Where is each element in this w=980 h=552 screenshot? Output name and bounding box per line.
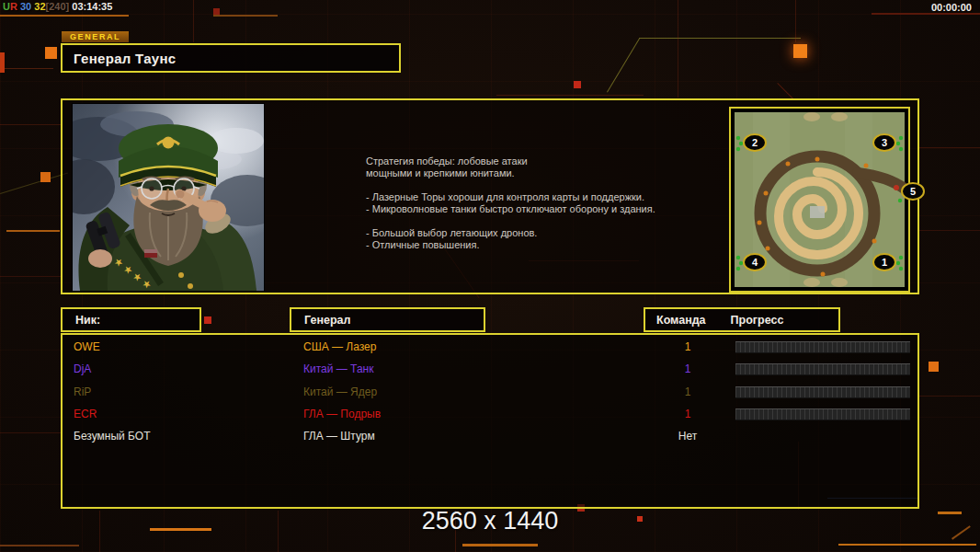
status-net-r: R — [10, 1, 17, 12]
player-general: Китай — Ядер — [303, 385, 377, 398]
table-row[interactable]: RiPКитай — Ядер1 — [63, 382, 917, 404]
svg-text:5: 5 — [910, 186, 916, 197]
header-progress-label: Прогресс — [731, 314, 784, 327]
general-tab-label: GENERAL — [62, 31, 129, 42]
general-description: Стратегия победы: лобовые атаки мощными … — [366, 155, 724, 251]
player-nick: RiP — [74, 385, 91, 398]
decor-shape — [872, 13, 980, 15]
decor-shape — [40, 172, 51, 182]
decor-shape — [0, 276, 61, 277]
player-general: США — Лазер — [303, 340, 376, 353]
progress-bar — [735, 363, 910, 375]
decor-shape — [193, 0, 194, 42]
decor-shape — [45, 47, 57, 59]
player-table: OWEСША — Лазер1DjAКитай — Танк1RiPКитай … — [61, 333, 919, 509]
decor-shape — [793, 44, 807, 58]
table-row[interactable]: Безумный БОТГЛА — ШтурмНет — [63, 426, 917, 448]
table-row[interactable]: OWEСША — Лазер1 — [63, 337, 917, 359]
status-clock: 03:14:35 — [72, 1, 112, 12]
decor-shape — [795, 0, 796, 42]
player-team: Нет — [651, 430, 724, 443]
player-nick: Безумный БОТ — [74, 430, 150, 443]
status-net-u: U — [3, 1, 10, 12]
header-general-label: Генерал — [304, 314, 350, 327]
decor-shape — [0, 68, 53, 69]
map-preview[interactable]: 2 3 5 4 1 — [729, 107, 910, 293]
decor-shape — [204, 316, 211, 324]
general-portrait-image: ★ ★ ★ ★ — [73, 104, 264, 291]
decor-shape — [0, 124, 61, 125]
player-nick: DjA — [74, 362, 91, 375]
svg-text:2: 2 — [752, 137, 758, 148]
decor-shape — [213, 15, 278, 17]
table-row[interactable]: ECRГЛА — Подрыв1 — [63, 404, 917, 426]
table-row[interactable]: DjAКитай — Танк1 — [63, 359, 917, 381]
player-nick: ECR — [74, 408, 97, 420]
decor-shape — [0, 545, 79, 546]
decor-shape — [678, 0, 678, 98]
progress-bar — [735, 408, 910, 420]
header-general: Генерал — [290, 307, 485, 332]
player-general: Китай — Танк — [303, 362, 373, 375]
general-portrait: ★ ★ ★ ★ — [73, 104, 264, 291]
header-team-label: Команда — [656, 314, 706, 327]
header-nick: Ник: — [61, 307, 201, 332]
decor-shape — [919, 230, 980, 231]
player-nick: OWE — [74, 340, 100, 353]
decor-shape — [919, 147, 980, 148]
decor-shape — [0, 432, 61, 433]
header-nick-label: Ник: — [75, 314, 100, 327]
map-image: 2 3 5 4 1 — [735, 112, 905, 287]
progress-bar — [735, 341, 910, 353]
header-team-progress: Команда Прогресс — [644, 307, 840, 332]
status-value-yellow: 32 — [34, 1, 45, 12]
decor-shape — [838, 544, 976, 546]
player-general: ГЛА — Штурм — [303, 430, 375, 443]
player-team: 1 — [651, 408, 724, 420]
svg-text:3: 3 — [882, 137, 887, 148]
player-team: 1 — [651, 340, 724, 353]
decor-shape — [919, 396, 980, 397]
decor-shape — [639, 38, 801, 39]
map-start-marker: 1 — [873, 254, 895, 270]
player-team: 1 — [651, 362, 724, 375]
decor-shape — [6, 230, 60, 232]
map-start-marker: 4 — [744, 254, 766, 270]
map-start-marker: 2 — [744, 134, 766, 151]
status-value-blue: 30 — [20, 1, 31, 12]
player-general: ГЛА — Подрыв — [303, 408, 381, 420]
status-bar: UR 30 32[240] 03:14:35 — [3, 1, 112, 12]
player-team: 1 — [651, 385, 724, 398]
status-limit: [240] — [46, 1, 70, 12]
decor-shape — [496, 95, 644, 96]
match-timer: 00:00:00 — [931, 2, 972, 13]
page-title: Генерал Таунс — [74, 51, 176, 66]
decor-shape — [0, 52, 5, 73]
lobby-title-box: Генерал Таунс — [61, 43, 401, 73]
decor-shape — [929, 362, 939, 372]
general-info-panel: ★ ★ ★ ★ Стратегия победы: лобовые атаки … — [61, 98, 919, 294]
map-start-marker: 3 — [873, 134, 895, 151]
svg-text:1: 1 — [882, 257, 887, 268]
resolution-label: 2560 x 1440 — [0, 507, 980, 535]
decor-shape — [462, 544, 538, 546]
map-start-marker: 5 — [902, 183, 924, 200]
svg-text:4: 4 — [752, 257, 758, 268]
progress-bar — [735, 386, 910, 398]
decor-shape — [213, 8, 220, 15]
decor-shape — [574, 81, 581, 88]
decor-shape — [0, 15, 129, 17]
